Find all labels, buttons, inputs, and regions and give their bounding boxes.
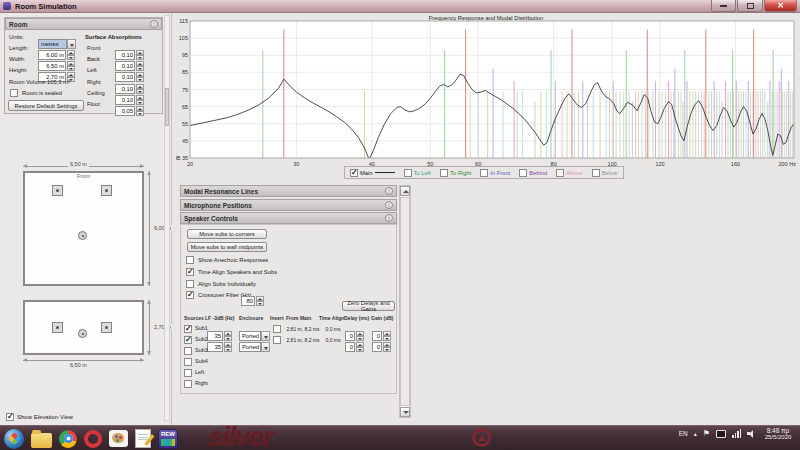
floorplan-front-label: Front (23, 173, 144, 179)
scrollbar-thumb[interactable] (165, 88, 169, 126)
show-elevation-checkbox[interactable] (6, 413, 14, 421)
invert-checkbox[interactable] (273, 325, 281, 333)
absorb-label: Floor (87, 101, 100, 107)
absorb-label: Right (87, 79, 101, 85)
elevation-box[interactable] (23, 300, 144, 355)
invert-checkbox[interactable] (273, 336, 281, 344)
crossover-spinner[interactable]: 80 (241, 296, 264, 306)
svg-text:160: 160 (731, 161, 740, 167)
absorb-label: Left (87, 67, 97, 73)
scroll-down-icon[interactable] (400, 407, 410, 417)
source-enable-checkbox[interactable] (184, 380, 192, 388)
window-title: Room Simulation (15, 2, 77, 11)
svg-text:30: 30 (293, 161, 299, 167)
legend-checkbox[interactable] (440, 169, 448, 177)
language-indicator[interactable]: EN (679, 430, 688, 437)
listener-marker[interactable] (78, 231, 87, 240)
elevation-sub1-marker[interactable] (52, 322, 63, 333)
align-subs-checkbox[interactable] (186, 280, 194, 288)
legend-checkbox[interactable] (519, 169, 527, 177)
action-center-flag-icon[interactable]: ⚑ (703, 430, 710, 438)
chrome-icon[interactable] (59, 430, 77, 448)
volume-label: Room Volume: (9, 79, 47, 85)
legend-checkbox[interactable] (556, 169, 564, 177)
sources-table-header: Sources LF -3dB (Hz) Enclosure Invert Fr… (183, 315, 396, 323)
notepad-icon[interactable] (135, 429, 151, 448)
move-subs-midpoints-button[interactable]: Move subs to wall midpoints (187, 242, 267, 252)
network-icon[interactable] (732, 429, 741, 438)
source-enable-checkbox[interactable] (184, 325, 192, 333)
sub2-marker[interactable] (101, 185, 112, 196)
app-icon (3, 2, 11, 10)
hidden-icons-caret-icon[interactable]: ▴ (694, 430, 697, 437)
window-titlebar[interactable]: Room Simulation (0, 0, 800, 13)
paint-icon[interactable] (109, 430, 128, 447)
length-label: Length: (9, 45, 28, 51)
source-enable-checkbox[interactable] (184, 369, 192, 377)
start-button[interactable] (4, 429, 24, 449)
legend-checkbox[interactable] (480, 169, 488, 177)
spin-down-icon[interactable] (256, 301, 264, 306)
panel-title: Microphone Positions (184, 202, 252, 209)
units-label: Units: (9, 34, 24, 40)
room-sealed-checkbox[interactable] (10, 89, 18, 97)
elevation-sub2-marker[interactable] (101, 322, 112, 333)
left-scrollbar[interactable] (164, 15, 170, 421)
explorer-icon[interactable] (31, 433, 52, 448)
legend-checkbox[interactable] (404, 169, 412, 177)
display-icon[interactable] (716, 430, 726, 438)
source-enable-checkbox[interactable] (184, 358, 192, 366)
taskbar-clock[interactable]: 8:48 πμ 25/5/2020 (758, 427, 798, 440)
minimize-button[interactable] (711, 0, 736, 12)
collapse-icon[interactable] (385, 214, 393, 222)
absorb-floor-field[interactable]: 0,05 (115, 106, 144, 116)
system-tray: EN ▴ ⚑ (679, 429, 756, 438)
rew-taskbar-icon[interactable]: REW (158, 429, 178, 449)
room-panel-header[interactable]: Room (5, 18, 162, 30)
show-anechoic-checkbox[interactable] (186, 256, 194, 264)
spin-down-icon[interactable] (136, 111, 144, 116)
floorplan-box[interactable] (23, 171, 144, 286)
show-elevation-label: Show Elevation View (17, 414, 73, 420)
scroll-up-icon[interactable] (400, 186, 410, 196)
clock-date: 25/5/2020 (758, 434, 798, 440)
svg-text:105: 105 (179, 35, 188, 41)
time-align-value: 0,0 ms (321, 337, 345, 343)
source-enable-checkbox[interactable] (184, 336, 192, 344)
absorptions-title: Surface Absorptions (85, 34, 142, 40)
collapse-icon[interactable] (385, 201, 393, 209)
frequency-response-chart[interactable]: 115105958575655545dB 3520304050608010012… (176, 14, 798, 172)
panel-title: Modal Resonance Lines (184, 188, 258, 195)
align-subs-label: Align Subs Individually (198, 281, 256, 287)
source-name: Sub1 (195, 325, 208, 331)
collapse-icon[interactable] (385, 187, 393, 195)
move-subs-corners-button[interactable]: Move subs to corners (187, 229, 267, 239)
width-label: Width: (9, 56, 25, 62)
collapse-icon[interactable] (150, 20, 158, 28)
sub1-marker[interactable] (52, 185, 63, 196)
room-sealed-label: Room is sealed (22, 90, 62, 96)
zero-delays-gains-button[interactable]: Zero Delays and Gains (342, 301, 395, 311)
source-row-sub3: Sub3 (183, 346, 396, 357)
svg-text:115: 115 (179, 18, 188, 24)
panel-scrollbar[interactable] (399, 185, 411, 418)
elevation-listener-marker[interactable] (78, 329, 87, 338)
time-align-checkbox[interactable] (186, 268, 194, 276)
source-enable-checkbox[interactable] (184, 347, 192, 355)
legend-checkbox[interactable] (592, 169, 600, 177)
close-button[interactable]: ✕ (764, 0, 797, 12)
restore-defaults-button[interactable]: Restore Default Settings (8, 100, 84, 111)
volume-icon[interactable] (747, 429, 756, 438)
speaker-controls-panel-header[interactable]: Speaker Controls (180, 212, 397, 224)
restore-button[interactable] (737, 0, 763, 12)
opera-icon[interactable] (84, 430, 102, 448)
scrollbar-thumb[interactable] (400, 197, 410, 406)
modal-resonance-panel-header[interactable]: Modal Resonance Lines (180, 185, 397, 197)
from-main-value: 2,81 m, 8,2 ms (282, 337, 324, 343)
microphone-positions-panel-header[interactable]: Microphone Positions (180, 199, 397, 211)
floorplan-width-label: 6,50 m (68, 161, 89, 167)
legend-checkbox[interactable] (350, 169, 358, 177)
svg-text:65: 65 (182, 104, 188, 110)
svg-text:55: 55 (182, 121, 188, 127)
crossover-checkbox[interactable] (186, 291, 194, 299)
